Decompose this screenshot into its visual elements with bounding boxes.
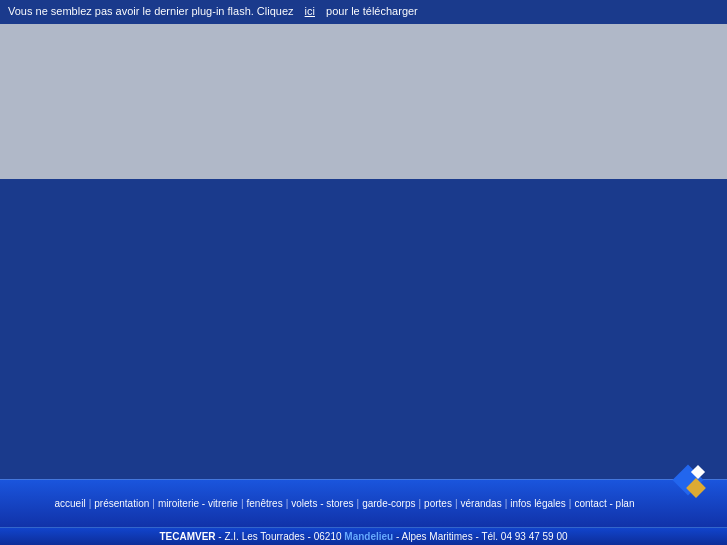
- nav-item-portes[interactable]: portes: [424, 498, 452, 509]
- nav-sep-7: |: [455, 498, 458, 509]
- navigation-section: accueil | présentation | miroiterie - vi…: [0, 479, 727, 545]
- nav-item-presentation[interactable]: présentation: [94, 498, 149, 509]
- nav-sep-9: |: [569, 498, 572, 509]
- nav-sep-1: |: [89, 498, 92, 509]
- address-bar: TECAMVER - Z.I. Les Tourrades - 06210 Ma…: [0, 527, 727, 545]
- flash-text-before: Vous ne semblez pas avoir le dernier plu…: [8, 5, 294, 17]
- company-name: TECAMVER: [159, 531, 215, 542]
- nav-sep-8: |: [505, 498, 508, 509]
- nav-items-container: accueil | présentation | miroiterie - vi…: [8, 498, 681, 509]
- nav-item-volets[interactable]: volets - stores: [291, 498, 353, 509]
- address-separator: - Z.I. Les Tourrades -: [218, 531, 313, 542]
- nav-item-infos[interactable]: infos légales: [510, 498, 566, 509]
- nav-item-contact[interactable]: contact - plan: [574, 498, 634, 509]
- nav-item-verandas[interactable]: vérandas: [461, 498, 502, 509]
- nav-item-accueil[interactable]: accueil: [54, 498, 85, 509]
- nav-item-garde-corps[interactable]: garde-corps: [362, 498, 415, 509]
- nav-bar: accueil | présentation | miroiterie - vi…: [0, 479, 727, 527]
- nav-sep-6: |: [418, 498, 421, 509]
- nav-sep-2: |: [152, 498, 155, 509]
- nav-sep-3: |: [241, 498, 244, 509]
- company-logo: [675, 467, 711, 503]
- nav-sep-4: |: [286, 498, 289, 509]
- flash-text-after: pour le télécharger: [326, 5, 418, 17]
- address-tel-label: Tél.: [481, 531, 498, 542]
- address-zip: 06210: [314, 531, 342, 542]
- address-region: - Alpes Maritimes -: [396, 531, 481, 542]
- address-city: Mandelieu: [344, 531, 393, 542]
- nav-sep-5: |: [357, 498, 360, 509]
- nav-item-fenetres[interactable]: fenêtres: [247, 498, 283, 509]
- nav-item-miroiterie[interactable]: miroiterie - vitrerie: [158, 498, 238, 509]
- address-tel-number: 04 93 47 59 00: [501, 531, 568, 542]
- flash-content-area: [0, 24, 727, 179]
- flash-notification-bar: Vous ne semblez pas avoir le dernier plu…: [0, 0, 727, 22]
- flash-download-link[interactable]: ici: [305, 5, 315, 17]
